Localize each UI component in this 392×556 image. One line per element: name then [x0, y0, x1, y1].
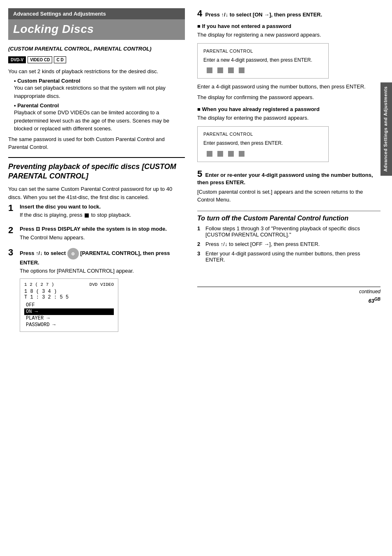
bullet-text-1: You can set playback restrictions so tha… — [14, 84, 185, 100]
step-2-title: Press ⊡ Press DISPLAY while the system i… — [20, 226, 185, 232]
subtitle: (CUSTOM PARENTAL CONTROL, PARENTAL CONTR… — [8, 45, 185, 53]
step-4-num: 4 — [197, 8, 202, 19]
menu-options: OFF ON → PLAYER → PASSWORD → — [24, 302, 114, 328]
preventing-heading: Preventing playback of specific discs [C… — [8, 162, 185, 181]
bullet-text-2: Playback of some DVD VIDEOs can be limit… — [14, 109, 185, 133]
pc2-dot1 — [207, 151, 212, 157]
step-2-text: The Control Menu appears. — [20, 234, 185, 242]
pc2-dot4 — [239, 151, 244, 157]
sub1-heading: If you have not entered a password — [197, 23, 380, 29]
dvdv-badge: DVD-V — [8, 56, 26, 63]
to-turn-off-step-2: 2 Press ↑/↓ to select [OFF →], then pres… — [197, 241, 380, 247]
to-turn-off-list: 1 Follow steps 1 through 3 of "Preventin… — [197, 225, 380, 263]
pc2-dot2 — [217, 151, 223, 157]
turn-off-num-1: 1 — [197, 225, 203, 232]
menu-row1: 1 2 ( 2 7 ) — [24, 282, 54, 287]
step-5-title: Enter or re-enter your 4-digit password … — [197, 172, 373, 185]
left-column: Advanced Settings and Adjustments Lockin… — [8, 8, 193, 548]
enter-password-note: Enter a 4-digit password using the numbe… — [197, 83, 380, 91]
right-column: 4 Press ↑/↓ to select [ON →], then press… — [193, 8, 380, 548]
step-5-num: 5 — [197, 169, 202, 179]
menu-row2: 1 8 ( 3 4 ) — [24, 289, 114, 294]
section-divider — [8, 157, 185, 158]
sub2-heading: When you have already registered a passw… — [197, 106, 380, 112]
advanced-settings-header: Advanced Settings and Adjustments — [8, 8, 185, 19]
step-3-content: Press ↑/↓ to select ⚙ [PARENTAL CONTROL]… — [20, 248, 185, 335]
step-3-title: Press ↑/↓ to select ⚙ [PARENTAL CONTROL]… — [20, 248, 185, 266]
cd-badge: C D — [54, 56, 66, 63]
pc1-dot4 — [239, 67, 244, 73]
to-turn-off-step-3: 3 Enter your 4-digit password using the … — [197, 250, 380, 263]
right-step-4: 4 Press ↑/↓ to select [ON →], then press… — [197, 8, 380, 162]
parental-box-1: PARENTAL CONTROL Enter a new 4-digit pas… — [197, 43, 329, 79]
pc2-dot3 — [228, 151, 234, 157]
step-3-text: The options for [PARENTAL CONTROL] appea… — [20, 267, 185, 275]
step-2-num: 2 — [8, 226, 20, 235]
turn-off-text-1: Follow steps 1 through 3 of "Preventing … — [205, 225, 380, 238]
bullet-parental: • Parental Control Playback of some DVD … — [14, 102, 185, 133]
videocd-badge: VIDEO CD — [28, 56, 52, 63]
shared-password-note: The same password is used for both Custo… — [8, 135, 185, 151]
right-step-5: 5 Enter or re-enter your 4-digit passwor… — [197, 169, 380, 204]
step-1: 1 Insert the disc you want to lock. If t… — [8, 204, 185, 222]
disc-badges: DVD-V VIDEO CD C D — [8, 56, 185, 63]
sub1-text: The display for registering a new passwo… — [197, 31, 380, 39]
menu-option-off: OFF — [24, 302, 114, 308]
turn-off-text-2: Press ↑/↓ to select [OFF →], then press … — [205, 241, 320, 247]
step-2-content: Press ⊡ Press DISPLAY while the system i… — [20, 226, 185, 244]
pc2-title: PARENTAL CONTROL — [203, 132, 323, 137]
preventing-intro: You can set the same Custom Parental Con… — [8, 185, 185, 201]
parental-control-icon: ⚙ — [67, 248, 79, 259]
turn-off-num-3: 3 — [197, 250, 203, 257]
step-4-header: 4 Press ↑/↓ to select [ON →], then press… — [197, 8, 380, 19]
stop-icon — [85, 213, 89, 218]
sub2-section: When you have already registered a passw… — [197, 106, 380, 162]
pc1-dots — [203, 67, 323, 73]
pc2-instruction: Enter password, then press ENTER. — [203, 140, 323, 147]
menu-rows: 1 8 ( 3 4 ) T 1 : 3 2 : 5 5 — [24, 289, 114, 300]
menu-dvd-label: DVD VIDEO — [90, 282, 114, 287]
pc1-dot2 — [217, 67, 223, 73]
menu-row3: T 1 : 3 2 : 5 5 — [24, 294, 114, 300]
step-1-content: Insert the disc you want to lock. If the… — [20, 204, 185, 222]
bullet-title-1: • Custom Parental Control — [14, 78, 80, 84]
turn-off-text-3: Enter your 4-digit password using the nu… — [205, 250, 380, 263]
to-turn-off-section: To turn off the Custom Parental Control … — [197, 211, 380, 263]
step-1-num: 1 — [8, 204, 20, 213]
continued-text: continued 63GB — [197, 287, 380, 304]
turn-off-num-2: 2 — [197, 241, 203, 247]
control-menu-box: 1 2 ( 2 7 ) DVD VIDEO 1 8 ( 3 4 ) T 1 : … — [20, 278, 118, 332]
pc1-dot3 — [228, 67, 234, 73]
confirm-note: The display for confirming the password … — [197, 93, 380, 102]
menu-option-on: ON → — [24, 308, 114, 315]
bullet-title-2: • Parental Control — [14, 102, 59, 109]
bullet-custom-parental: • Custom Parental Control You can set pl… — [14, 78, 185, 100]
sub1-section: If you have not entered a password The d… — [197, 23, 380, 101]
to-turn-off-step-1: 1 Follow steps 1 through 3 of "Preventin… — [197, 225, 380, 238]
menu-option-player: PLAYER → — [24, 315, 114, 322]
pc1-instruction: Enter a new 4-digit password, then press… — [203, 57, 323, 64]
page-number: 63GB — [369, 298, 380, 304]
title-box: Locking Discs — [8, 19, 185, 40]
parental-box-2: PARENTAL CONTROL Enter password, then pr… — [197, 126, 329, 162]
menu-header: 1 2 ( 2 7 ) DVD VIDEO — [24, 282, 114, 287]
step-4-title: Press ↑/↓ to select [ON →], then press E… — [205, 12, 322, 18]
pc1-title: PARENTAL CONTROL — [203, 49, 323, 53]
step-1-title: Insert the disc you want to lock. — [20, 204, 185, 210]
sub2-text: The display for entering the password ap… — [197, 114, 380, 122]
footer-area: continued 63GB — [197, 266, 380, 304]
page-title: Locking Discs — [13, 23, 180, 36]
side-tab: Advanced Settings and Adjustments — [380, 82, 392, 176]
step-1-text: If the disc is playing, press to stop pl… — [20, 211, 185, 219]
step-3-num: 3 — [8, 248, 20, 257]
step-5-text: [Custom parental control is set.] appear… — [197, 188, 380, 204]
intro-text: You can set 2 kinds of playback restrict… — [8, 67, 185, 76]
menu-option-password: PASSWORD → — [24, 322, 114, 328]
step-3: 3 Press ↑/↓ to select ⚙ [PARENTAL CONTRO… — [8, 248, 185, 335]
pc1-dot1 — [207, 67, 212, 73]
pc2-dots — [203, 151, 323, 157]
step-2: 2 Press ⊡ Press DISPLAY while the system… — [8, 226, 185, 244]
step-5-header: 5 Enter or re-enter your 4-digit passwor… — [197, 169, 380, 185]
to-turn-off-heading: To turn off the Custom Parental Control … — [197, 211, 380, 222]
